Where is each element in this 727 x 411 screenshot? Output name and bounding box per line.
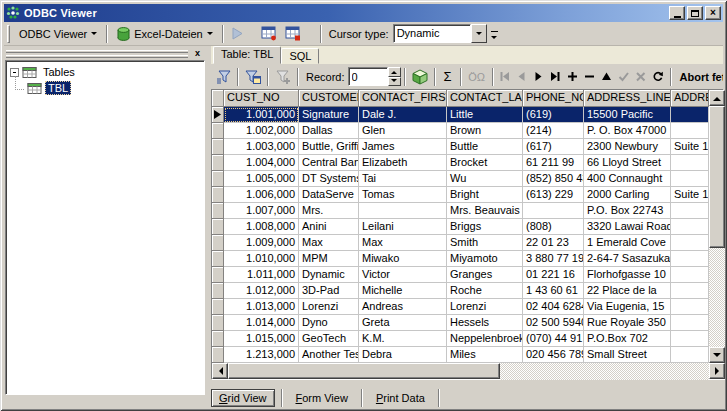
column-header-addres[interactable]: ADDRES [671, 90, 709, 107]
dock-header[interactable]: x [5, 47, 205, 60]
maximize-button[interactable] [687, 6, 703, 20]
table-cell[interactable] [671, 235, 709, 251]
vertical-scroll-track[interactable] [709, 248, 725, 347]
table-row[interactable]: 1.007,000Mrs.Mrs. BeauvaisP.O. Box 22743 [212, 203, 709, 219]
table-row[interactable]: 1.005,000DT Systems,TaiWu(852) 850 43400… [212, 171, 709, 187]
row-indicator[interactable] [212, 283, 224, 299]
table-row[interactable]: 1.015,000GeoTechK.M.Neppelenbroek(070) 4… [212, 331, 709, 347]
table-cell[interactable]: 2000 Carling [584, 187, 671, 203]
table-cell[interactable] [671, 251, 709, 267]
table-cell[interactable]: MPM [299, 251, 359, 267]
table-cell[interactable]: Smith [447, 235, 523, 251]
table-cell[interactable] [671, 283, 709, 299]
next-record-button[interactable] [531, 67, 548, 87]
table-cell[interactable]: Mrs. Beauvais [447, 203, 523, 219]
table-cell[interactable]: Rue Royale 350 [584, 315, 671, 331]
table-cell[interactable] [671, 299, 709, 315]
table-cell[interactable]: Suite 150 [671, 187, 709, 203]
table-cell[interactable]: Buttle [447, 139, 523, 155]
filter-button[interactable] [212, 67, 234, 87]
table-cell[interactable]: 1.014,000 [224, 315, 299, 331]
table-row[interactable]: 1.009,000MaxMaxSmith22 01 231 Emerald Co… [212, 235, 709, 251]
table-cell[interactable]: 1.004,000 [224, 155, 299, 171]
table-cell[interactable]: P. O. Box 47000 [584, 123, 671, 139]
table-cell[interactable]: Miwako [359, 251, 447, 267]
table-cell[interactable]: Briggs [447, 219, 523, 235]
table-cell[interactable]: Tai [359, 171, 447, 187]
table-cell[interactable]: 1.002,000 [224, 123, 299, 139]
table-cell[interactable]: Glen [359, 123, 447, 139]
row-indicator[interactable] [212, 315, 224, 331]
table-cell[interactable]: 22 Place de la [584, 283, 671, 299]
table-cell[interactable]: 1.015,000 [224, 331, 299, 347]
sum-button[interactable]: Σ [439, 67, 457, 87]
table-cell[interactable]: P.O. Box 22743 [584, 203, 671, 219]
horizontal-scrollbar[interactable] [212, 363, 725, 380]
table-row[interactable]: 1.003,000Buttle, GriffithJamesButtle(617… [212, 139, 709, 155]
table-cell[interactable]: Mrs. [299, 203, 359, 219]
table-cell[interactable]: 400 Connaught [584, 171, 671, 187]
table-cell[interactable]: Victor [359, 267, 447, 283]
table-cell[interactable]: Granges [447, 267, 523, 283]
refresh-button[interactable] [650, 67, 667, 87]
table-cell[interactable] [671, 107, 709, 123]
table-cell[interactable]: 3D-Pad [299, 283, 359, 299]
table-cell[interactable]: Max [359, 235, 447, 251]
table-cell[interactable]: K.M. [359, 331, 447, 347]
row-indicator[interactable] [212, 251, 224, 267]
table-cell[interactable]: 1.007,000 [224, 203, 299, 219]
table-cell[interactable]: Lorenzi [299, 299, 359, 315]
row-indicator[interactable] [212, 235, 224, 251]
table-cell[interactable]: Little [447, 107, 523, 123]
table-cell[interactable]: 3 880 77 19 [523, 251, 584, 267]
table-cell[interactable]: 61 211 99 [523, 155, 584, 171]
table-cell[interactable]: Dyno [299, 315, 359, 331]
title-bar[interactable]: ODBC Viewer × [4, 4, 723, 22]
row-indicator[interactable] [212, 123, 224, 139]
scroll-down-button[interactable] [709, 347, 725, 363]
insert-record-button[interactable] [565, 67, 582, 87]
table-cell[interactable]: Florhofgasse 10 [584, 267, 671, 283]
table-cell[interactable]: 1.003,000 [224, 139, 299, 155]
table-cell[interactable] [671, 123, 709, 139]
export-table-alt-button[interactable] [281, 24, 305, 44]
prior-record-button[interactable] [514, 67, 531, 87]
delete-record-button[interactable] [582, 67, 599, 87]
table-cell[interactable]: 1.012,000 [224, 283, 299, 299]
table-cell[interactable]: (214) [523, 123, 584, 139]
table-cell[interactable]: DataServe [299, 187, 359, 203]
horizontal-scroll-track[interactable] [500, 363, 709, 380]
table-cell[interactable]: Brocket [447, 155, 523, 171]
scroll-right-button[interactable] [709, 363, 725, 379]
unicode-button[interactable]: ÖΩ [465, 67, 489, 87]
table-cell[interactable]: 1.009,000 [224, 235, 299, 251]
table-cell[interactable] [671, 171, 709, 187]
column-header-phone_no[interactable]: PHONE_NO [523, 90, 584, 107]
current-row-indicator[interactable] [212, 107, 224, 123]
table-cell[interactable] [671, 203, 709, 219]
table-cell[interactable]: Lorenzi [447, 299, 523, 315]
first-record-button[interactable] [497, 67, 514, 87]
table-cell[interactable] [671, 315, 709, 331]
column-header-customer[interactable]: CUSTOMER [299, 90, 359, 107]
abort-fetch-label[interactable]: Abort fetch d [680, 71, 723, 83]
table-cell[interactable]: Greta [359, 315, 447, 331]
table-cell[interactable]: 22 01 23 [523, 235, 584, 251]
row-indicator[interactable] [212, 171, 224, 187]
row-indicator[interactable] [212, 299, 224, 315]
row-indicator[interactable] [212, 203, 224, 219]
table-cell[interactable]: 3320 Lawai Road [584, 219, 671, 235]
row-indicator[interactable] [212, 155, 224, 171]
table-cell[interactable]: Dale J. [359, 107, 447, 123]
print-data-button[interactable]: Print Data [369, 390, 432, 406]
dock-grip[interactable] [6, 50, 188, 58]
table-cell[interactable]: Andreas [359, 299, 447, 315]
table-cell[interactable]: Bright [447, 187, 523, 203]
row-indicator[interactable] [212, 219, 224, 235]
edit-record-button[interactable] [599, 67, 616, 87]
table-cell[interactable]: 02 404 6284 [523, 299, 584, 315]
vertical-scroll-thumb[interactable] [709, 106, 725, 248]
table-cell[interactable]: Miyamoto [447, 251, 523, 267]
table-cell[interactable]: James [359, 139, 447, 155]
excel-dateien-menu-button[interactable]: Excel-Dateien [111, 24, 218, 44]
